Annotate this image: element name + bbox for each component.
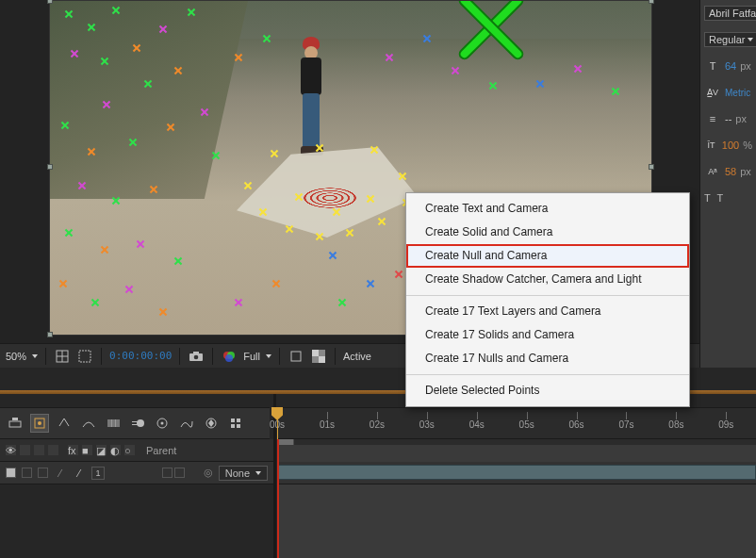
ruler-tick-label: 03s: [419, 419, 435, 430]
ruler-tick: 05s: [527, 412, 528, 419]
svg-point-17: [38, 421, 41, 425]
zoom-dropdown[interactable]: 50%: [6, 351, 38, 362]
chevron-down-icon: [32, 354, 38, 358]
menu-item-create-17-text[interactable]: Create 17 Text Layers and Camera: [406, 300, 689, 323]
layer-duration-bar[interactable]: [277, 465, 756, 480]
chevron-down-icon: [748, 38, 753, 41]
switches-icon[interactable]: [226, 414, 245, 433]
leading-value[interactable]: --: [725, 113, 731, 124]
menu-item-delete-selected-points[interactable]: Delete Selected Points: [406, 379, 689, 402]
selection-handle[interactable]: [649, 164, 654, 170]
work-area-start-handle[interactable]: [277, 439, 294, 445]
character-panel: Abril Fatfa Regular T 64 px A̲V Metric ≡…: [699, 0, 756, 368]
mask-icon[interactable]: [76, 348, 93, 365]
eye-column-icon[interactable]: 👁: [6, 445, 16, 455]
track-area[interactable]: [277, 439, 756, 558]
ruler-tick: 02s: [377, 412, 378, 419]
faux-styles-row[interactable]: T T: [704, 189, 752, 207]
subject-person: [293, 37, 329, 157]
time-ruler[interactable]: 00s01s02s03s04s05s06s07s08s09s: [277, 407, 756, 439]
leading-icon: ≡: [704, 113, 721, 124]
font-style-dropdown[interactable]: Regular: [704, 32, 756, 47]
selection-handle[interactable]: [47, 164, 53, 170]
svg-point-25: [161, 422, 164, 425]
ruler-tick-label: 02s: [370, 419, 385, 430]
kerning-value[interactable]: Metric: [725, 88, 750, 98]
font-family-dropdown[interactable]: Abril Fatfa: [704, 6, 756, 21]
svg-point-21: [137, 419, 144, 427]
view-mode-dropdown[interactable]: Active: [343, 351, 371, 362]
svg-rect-13: [319, 356, 325, 363]
svg-rect-20: [115, 419, 120, 427]
big-green-x-marker: [450, 0, 529, 67]
parent-dropdown[interactable]: None: [219, 466, 268, 481]
layer-index: 1: [91, 467, 105, 480]
ruler-tick: 08s: [676, 412, 677, 419]
solo-toggle[interactable]: [38, 468, 48, 478]
audio-column-icon[interactable]: [20, 445, 30, 455]
context-menu: Create Text and Camera Create Solid and …: [405, 192, 690, 407]
ruler-tick: 04s: [477, 412, 478, 419]
solo-column-icon[interactable]: [34, 445, 44, 455]
svg-rect-15: [12, 418, 18, 420]
layer-columns-header: 👁 fx ■◪◐○ Parent: [0, 439, 273, 462]
live-update-icon[interactable]: [30, 414, 49, 433]
vscale-value[interactable]: 100: [722, 140, 739, 151]
svg-point-9: [225, 354, 233, 362]
svg-rect-23: [132, 424, 138, 425]
transparency-grid-icon[interactable]: [310, 348, 327, 365]
channels-icon[interactable]: [221, 348, 238, 365]
selection-handle[interactable]: [649, 0, 654, 4]
svg-rect-30: [237, 424, 240, 428]
svg-rect-22: [132, 421, 138, 422]
brainstorm-icon[interactable]: [153, 414, 172, 433]
ruler-tick: 01s: [327, 412, 328, 419]
svg-rect-5: [193, 352, 199, 354]
frame-blend-icon[interactable]: [104, 414, 123, 433]
ruler-tick-label: 09s: [718, 419, 733, 430]
current-time[interactable]: 0:00:00:00: [109, 350, 172, 362]
menu-item-create-shadow-catcher[interactable]: Create Shadow Catcher, Camera and Light: [406, 268, 689, 291]
ruler-tick-label: 01s: [320, 419, 335, 430]
graph-editor-icon[interactable]: [177, 414, 196, 433]
svg-rect-27: [231, 418, 235, 422]
motion-blur-icon[interactable]: [128, 414, 147, 433]
menu-item-create-solid-camera[interactable]: Create Solid and Camera: [406, 221, 689, 244]
resolution-dropdown[interactable]: Full: [243, 351, 271, 362]
motion-blur-layer-icon[interactable]: ∕: [73, 468, 86, 479]
menu-item-create-17-nulls[interactable]: Create 17 Nulls and Camera: [406, 347, 689, 370]
audio-toggle[interactable]: [22, 468, 32, 478]
ruler-tick: 03s: [427, 412, 428, 419]
font-size-icon: T: [704, 60, 721, 72]
layer-row[interactable]: ∕ ∕ 1 ◎ None: [0, 462, 273, 484]
menu-item-create-text-camera[interactable]: Create Text and Camera: [406, 197, 689, 221]
draft3d-icon[interactable]: [55, 414, 74, 433]
font-size-value[interactable]: 64: [725, 60, 736, 72]
roi-icon[interactable]: [288, 348, 304, 365]
menu-separator: [406, 295, 689, 296]
selection-handle[interactable]: [47, 332, 53, 337]
ruler-tick-label: 05s: [519, 419, 534, 430]
lock-column-icon[interactable]: [48, 445, 58, 455]
ruler-tick-label: 07s: [618, 419, 633, 430]
selection-handle[interactable]: [47, 0, 53, 4]
svg-rect-29: [231, 424, 235, 428]
comp-mini-flowchart-icon[interactable]: [6, 414, 25, 433]
snapshot-icon[interactable]: [188, 348, 205, 365]
menu-item-create-17-solids[interactable]: Create 17 Solids and Camera: [406, 323, 689, 347]
shy-icon[interactable]: [79, 414, 98, 433]
video-toggle[interactable]: [6, 468, 16, 478]
baseline-value[interactable]: 58: [725, 166, 736, 177]
timeline-toolbar: [0, 407, 270, 439]
menu-item-create-null-camera[interactable]: Create Null and Camera: [406, 244, 689, 268]
chevron-down-icon: [266, 354, 271, 358]
svg-rect-28: [237, 418, 240, 422]
svg-point-6: [194, 354, 199, 359]
auto-keyframe-icon[interactable]: [202, 414, 221, 433]
kerning-icon: A̲V: [704, 88, 721, 97]
grid-icon[interactable]: [54, 348, 71, 365]
ruler-tick-label: 04s: [469, 419, 485, 430]
work-area-bar[interactable]: [277, 439, 756, 445]
effects-icon[interactable]: ∕: [54, 468, 67, 479]
menu-separator: [406, 374, 689, 375]
